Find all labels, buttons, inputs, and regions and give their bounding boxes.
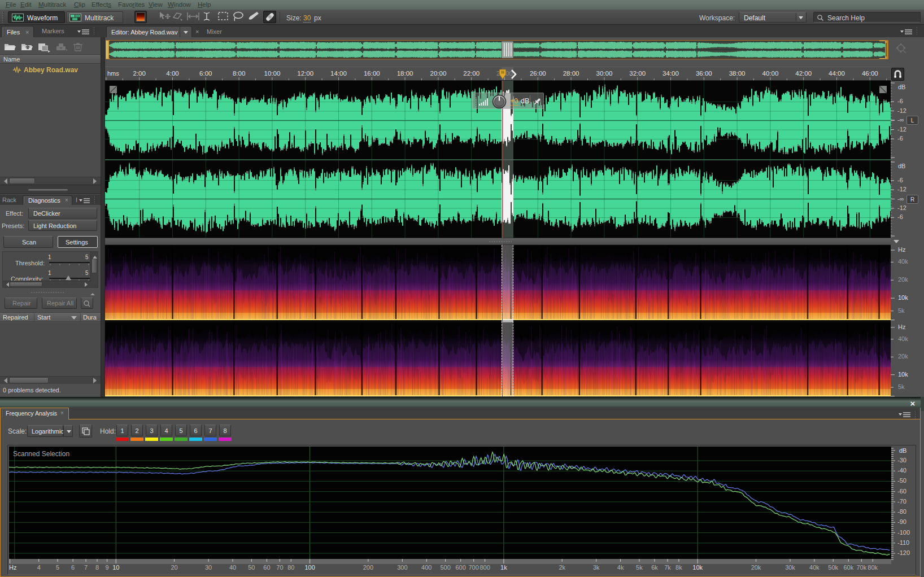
- svg-text:Scanned Selection: Scanned Selection: [13, 450, 69, 458]
